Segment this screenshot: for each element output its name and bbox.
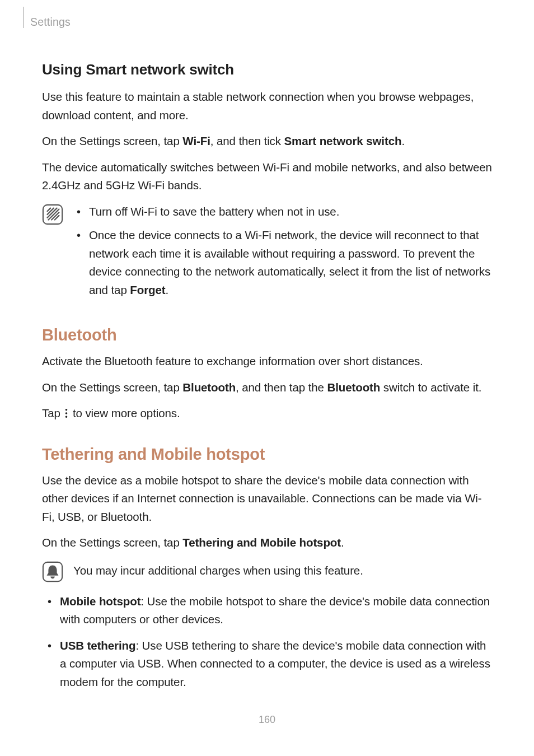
warning-text: You may incur additional charges when us…	[73, 562, 363, 580]
bold: Bluetooth	[327, 381, 380, 394]
tethering-item: Mobile hotspot: Use the mobile hotspot t…	[44, 592, 492, 629]
tethering-heading: Tethering and Mobile hotspot	[42, 445, 492, 464]
tethering-item: USB tethering: Use USB tethering to shar…	[44, 637, 492, 692]
note-body: Turn off Wi-Fi to save the battery when …	[73, 203, 492, 305]
warning-bell-icon	[42, 561, 63, 582]
note-item: Once the device connects to a Wi-Fi netw…	[73, 226, 492, 299]
smart-switch-instr: On the Settings screen, tap Wi-Fi, and t…	[42, 132, 492, 151]
svg-point-1	[65, 409, 68, 411]
text: Tap	[42, 407, 63, 419]
text: On the Settings screen, tap	[42, 381, 182, 394]
smart-switch-autodetect: The device automatically switches betwee…	[42, 158, 492, 195]
text: .	[165, 283, 168, 296]
bluetooth-instr: On the Settings screen, tap Bluetooth, a…	[42, 379, 492, 397]
page-content: Settings Using Smart network switch Use …	[0, 0, 534, 691]
more-options-icon	[65, 405, 68, 424]
page-header: Settings	[23, 16, 492, 29]
tethering-desc: Use the device as a mobile hotspot to sh…	[42, 472, 492, 526]
bold: USB tethering	[60, 639, 135, 652]
bluetooth-desc: Activate the Bluetooth feature to exchan…	[42, 352, 492, 371]
svg-rect-0	[43, 204, 62, 223]
text: On the Settings screen, tap	[42, 134, 182, 147]
bluetooth-heading: Bluetooth	[42, 326, 492, 344]
svg-point-3	[65, 416, 68, 418]
warning-block: You may incur additional charges when us…	[42, 560, 492, 582]
note-list: Turn off Wi-Fi to save the battery when …	[73, 203, 492, 300]
bold: Mobile hotspot	[60, 595, 140, 608]
note-icon	[42, 204, 63, 225]
text: .	[401, 134, 405, 147]
bold: Forget	[130, 283, 165, 296]
svg-point-2	[65, 412, 68, 414]
bold: Tethering and Mobile hotspot	[182, 536, 341, 549]
bold: Smart network switch	[284, 134, 401, 147]
note-block: Turn off Wi-Fi to save the battery when …	[42, 203, 492, 305]
note-item: Turn off Wi-Fi to save the battery when …	[73, 203, 492, 221]
smart-switch-desc: Use this feature to maintain a stable ne…	[42, 88, 492, 124]
header-divider	[23, 7, 24, 28]
header-section-title: Settings	[30, 16, 71, 29]
page-number: 160	[0, 714, 534, 726]
smart-switch-heading: Using Smart network switch	[42, 61, 492, 78]
bold: Wi-Fi	[182, 134, 210, 147]
text: , and then tap the	[236, 381, 327, 394]
text: .	[341, 536, 344, 549]
bluetooth-more: Tap to view more options.	[42, 404, 492, 424]
bold: Bluetooth	[182, 381, 236, 394]
tethering-list: Mobile hotspot: Use the mobile hotspot t…	[44, 592, 492, 692]
text: On the Settings screen, tap	[42, 536, 182, 549]
text: , and then tick	[210, 134, 284, 147]
text: switch to activate it.	[380, 381, 481, 394]
text: to view more options.	[69, 407, 180, 419]
tethering-instr: On the Settings screen, tap Tethering an…	[42, 534, 492, 552]
